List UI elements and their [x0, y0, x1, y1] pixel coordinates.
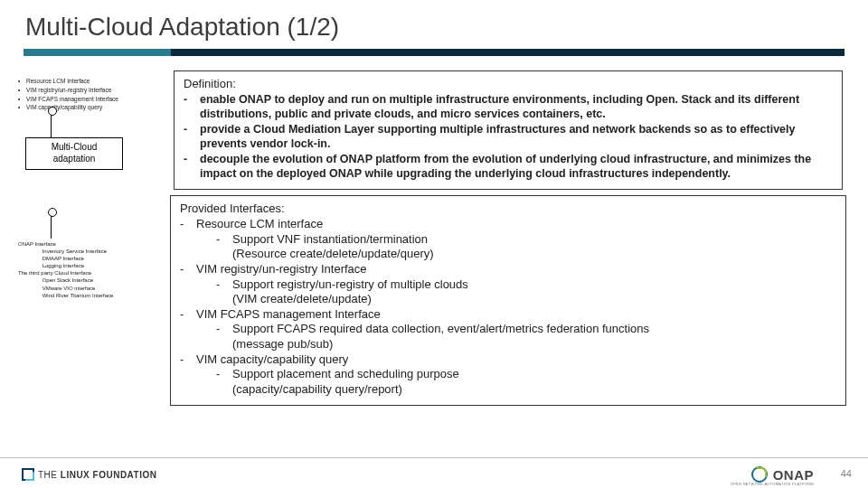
- provided-subitem: (VIM create/delete/update): [232, 292, 372, 307]
- mc-line1: Multi-Cloud: [26, 142, 122, 154]
- top-interface-bullets: •Resource LCM Interface •VIM registry/un…: [18, 78, 165, 112]
- provided-subitem: (capacity/capability query/report): [232, 382, 402, 398]
- onap-if-item: Inventory Service Interface: [18, 248, 172, 255]
- onap-logo: ONAP: [751, 466, 814, 483]
- page-number: 44: [841, 468, 852, 479]
- mc-line2: adaptation: [26, 154, 122, 165]
- slide: Multi-Cloud Adaptation (1/2) •Resource L…: [0, 0, 868, 488]
- definition-item: decouple the evolution of ONAP platform …: [200, 152, 833, 181]
- onap-ring-icon: [751, 466, 768, 483]
- onap-if-heading: The third party Cloud Interface: [18, 269, 172, 277]
- provided-subitem: Support placement and scheduling purpose: [232, 367, 459, 382]
- title-bar: Multi-Cloud Adaptation (1/2): [0, 0, 868, 56]
- onap-text: ONAP: [773, 467, 814, 483]
- provided-item: VIM registry/un-registry Interface: [196, 262, 367, 277]
- left-column: •Resource LCM Interface •VIM registry/un…: [18, 78, 165, 113]
- definition-heading: Definition:: [184, 77, 833, 90]
- onap-if-item: VMware VIO interface: [18, 285, 172, 292]
- provided-item: VIM FCAPS management Interface: [196, 307, 381, 323]
- provided-subitem: Support registry/un-registry of multiple…: [232, 277, 468, 293]
- provided-interfaces-box: Provided Interfaces: -Resource LCM inter…: [170, 195, 846, 406]
- provided-item: Resource LCM interface: [196, 217, 323, 232]
- provided-subitem: (Resource create/delete/update/query): [232, 247, 434, 262]
- multicloud-box: Multi-Cloud adaptation: [25, 137, 123, 170]
- bullet-text: VIM capacity/capability query: [26, 104, 102, 112]
- lollipop-connector-icon: [51, 215, 52, 239]
- page-title: Multi-Cloud Adaptation (1/2): [25, 13, 339, 42]
- provided-heading: Provided Interfaces:: [180, 202, 836, 215]
- lf-square-icon: [22, 468, 34, 481]
- bullet-text: VIM FCAPS management Interface: [26, 96, 118, 104]
- definition-box: Definition: -enable ONAP to deploy and r…: [174, 70, 843, 190]
- provided-subitem: (message pub/sub): [232, 337, 333, 352]
- bullet-text: Resource LCM Interface: [26, 78, 90, 86]
- footer-divider: [0, 457, 868, 458]
- definition-item: provide a Cloud Mediation Layer supporti…: [200, 122, 833, 151]
- onap-if-item: DMAAP Interface: [18, 255, 172, 262]
- onap-subtitle: OPEN NETWORK AUTOMATION PLATFORM: [731, 482, 814, 486]
- lollipop-connector-icon: [51, 114, 52, 137]
- lf-text: THE LINUX FOUNDATION: [38, 470, 156, 480]
- title-underline: [24, 49, 844, 56]
- provided-subitem: Support FCAPS required data collection, …: [232, 322, 649, 337]
- definition-item: enable ONAP to deploy and run on multipl…: [200, 92, 833, 121]
- footer: THE LINUX FOUNDATION ONAP OPEN NETWORK A…: [0, 457, 868, 488]
- onap-if-item: Logging Interface: [18, 262, 172, 269]
- onap-if-heading: ONAP Interface: [18, 240, 172, 248]
- onap-if-item: Open Stack Interface: [18, 277, 172, 284]
- provided-subitem: Support VNF instantiation/termination: [232, 232, 428, 248]
- bullet-text: VIM registry/un-registry Interface: [26, 87, 111, 95]
- onap-interface-list: ONAP Interface Inventory Service Interfa…: [18, 240, 172, 299]
- linux-foundation-logo: THE LINUX FOUNDATION: [22, 468, 156, 481]
- onap-if-item: Wind River Titanium Interface: [18, 292, 172, 299]
- provided-item: VIM capacity/capability query: [196, 352, 348, 368]
